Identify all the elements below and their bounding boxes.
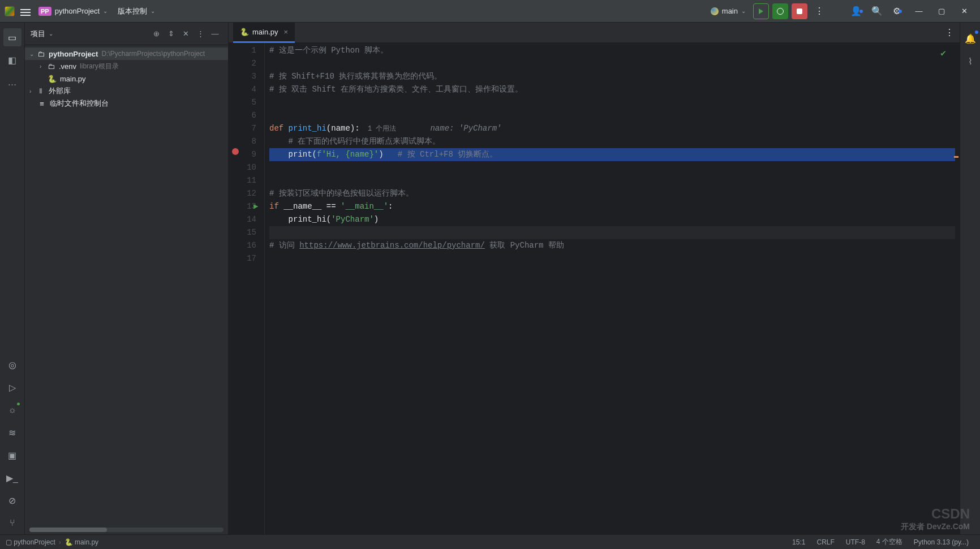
run-configuration-selector[interactable]: main ⌄ xyxy=(711,7,746,15)
tree-external-libs[interactable]: › ⫴ 外部库 xyxy=(25,85,228,97)
crumb-project: pythonProject xyxy=(14,538,55,546)
tree-scratch-name: 临时文件和控制台 xyxy=(50,98,109,109)
run-button[interactable] xyxy=(753,3,769,19)
run-tool-button[interactable]: ▷ xyxy=(3,378,22,396)
chevron-down-icon: ⌄ xyxy=(741,8,746,14)
left-tool-strip: ▭ ◧ … ◎ ▷ ☼ ≋ ▣ ▶_ ⊘ ⑂ xyxy=(0,23,25,534)
folder-icon: 🗀 xyxy=(36,50,45,58)
tab-main-py[interactable]: 🐍 main.py × xyxy=(233,23,295,43)
locate-icon[interactable]: ⊕ xyxy=(150,28,162,40)
expand-all-icon[interactable]: ⇕ xyxy=(165,28,177,40)
inspection-ok-icon[interactable]: ✔ xyxy=(940,47,946,60)
problems-button[interactable]: ⊘ xyxy=(3,491,22,509)
search-icon[interactable]: 🔍 xyxy=(869,3,885,19)
more-actions-icon[interactable]: ⋮ xyxy=(811,3,827,19)
project-tree: ⌄ 🗀 pythonProject D:\PycharmProjects\pyt… xyxy=(25,45,228,528)
collapse-icon[interactable]: ✕ xyxy=(179,28,192,40)
sidebar-header: 项目 ⌄ ⊕ ⇕ ✕ ⋮ ― xyxy=(25,23,228,45)
watermark-sub: 开发者 DevZe.CoM xyxy=(901,522,970,532)
python-file-icon: 🐍 xyxy=(48,75,57,83)
services-tool-button[interactable]: ≋ xyxy=(3,423,22,442)
ai-assistant-icon[interactable]: ⌇ xyxy=(961,52,979,70)
watermark: CSDN 开发者 DevZe.CoM xyxy=(901,506,970,532)
sidebar-title: 项目 xyxy=(31,29,45,39)
structure-tool-button[interactable]: ◧ xyxy=(3,51,22,69)
chevron-down-icon: ⌄ xyxy=(103,8,108,14)
maximize-button[interactable]: ▢ xyxy=(930,3,953,20)
options-icon[interactable]: ⋮ xyxy=(194,28,207,40)
hamburger-menu-icon[interactable] xyxy=(20,7,31,15)
crumb-file: main.py xyxy=(75,538,98,546)
minimize-button[interactable]: ― xyxy=(908,3,930,20)
editor-area: 🐍 main.py × ⋮ 123456 78 9 101112 ▶13 141… xyxy=(229,23,960,534)
editor-tabs: 🐍 main.py × ⋮ xyxy=(229,23,960,43)
watermark-main: CSDN xyxy=(931,506,970,521)
indent-setting[interactable]: 4 个空格 xyxy=(876,537,902,547)
tree-venv-hint: library根目录 xyxy=(80,62,119,71)
chevron-down-icon: ⌄ xyxy=(151,8,155,14)
library-icon: ⫴ xyxy=(36,87,45,96)
code-editor[interactable]: 123456 78 9 101112 ▶13 14151617 ✔ # 这是一个… xyxy=(229,43,960,534)
run-config-label: main xyxy=(722,7,738,15)
bug-icon xyxy=(777,8,784,15)
run-gutter-icon[interactable]: ▶ xyxy=(253,200,258,213)
folder-icon: 🗀 xyxy=(46,62,55,71)
warning-stripe[interactable] xyxy=(954,156,958,158)
hide-icon[interactable]: ― xyxy=(209,28,221,40)
vcs-tool-button[interactable]: ⑂ xyxy=(3,514,22,532)
python-packages-button[interactable]: ▣ xyxy=(3,446,22,464)
python-icon xyxy=(711,7,719,15)
stop-icon xyxy=(797,8,802,14)
breadcrumb-icon: ▢ xyxy=(6,538,12,546)
right-tool-strip: 🔔 ⌇ xyxy=(960,23,980,534)
close-tab-icon[interactable]: × xyxy=(284,28,289,36)
python-file-icon: 🐍 xyxy=(240,28,249,36)
close-button[interactable]: ✕ xyxy=(953,3,975,20)
python-console-button[interactable]: ◎ xyxy=(3,356,22,374)
project-selector[interactable]: pythonProject ⌄ xyxy=(55,7,108,15)
tree-main-name: main.py xyxy=(60,75,86,83)
debug-tool-button[interactable]: ☼ xyxy=(3,401,22,419)
project-badge: PP xyxy=(38,7,51,16)
tree-root[interactable]: ⌄ 🗀 pythonProject D:\PycharmProjects\pyt… xyxy=(25,47,228,60)
titlebar: PP pythonProject ⌄ 版本控制 ⌄ main ⌄ ⋮ 👤 🔍 ⚙… xyxy=(0,0,980,23)
tab-label: main.py xyxy=(252,28,278,36)
gutter[interactable]: 123456 78 9 101112 ▶13 14151617 xyxy=(229,43,265,534)
breakpoint-icon[interactable] xyxy=(232,148,239,155)
interpreter[interactable]: Python 3.13 (py...) xyxy=(914,538,969,546)
tree-scratches[interactable]: ≡ 临时文件和控制台 xyxy=(25,97,228,110)
cursor-position[interactable]: 15:1 xyxy=(792,538,805,546)
line-ending[interactable]: CRLF xyxy=(816,538,834,546)
tree-root-path: D:\PycharmProjects\pythonProject xyxy=(101,50,205,58)
tree-main-file[interactable]: 🐍 main.py xyxy=(25,72,228,85)
scratch-icon: ≡ xyxy=(37,100,46,108)
project-name-label: pythonProject xyxy=(55,7,100,15)
chevron-down-icon[interactable]: ⌄ xyxy=(49,31,53,37)
tab-options-icon[interactable]: ⋮ xyxy=(942,25,957,41)
vcs-menu[interactable]: 版本控制 ⌄ xyxy=(118,6,155,16)
vcs-label: 版本控制 xyxy=(118,6,147,16)
code-content[interactable]: ✔ # 这是一个示例 Python 脚本。 # 按 Shift+F10 执行或将… xyxy=(265,43,960,534)
pycharm-app-icon xyxy=(5,6,15,16)
statusbar: ▢ pythonProject › 🐍 main.py 15:1 CRLF UT… xyxy=(0,534,980,549)
more-tool-button[interactable]: … xyxy=(3,74,22,92)
debug-button[interactable] xyxy=(772,3,788,19)
tree-venv-name: .venv xyxy=(59,62,76,71)
tree-root-name: pythonProject xyxy=(49,50,98,58)
sidebar-scrollbar[interactable] xyxy=(29,528,223,532)
terminal-button[interactable]: ▶_ xyxy=(3,469,22,487)
settings-icon[interactable]: ⚙ xyxy=(889,3,905,19)
tree-ext-name: 外部库 xyxy=(49,86,71,96)
code-with-me-icon[interactable]: 👤 xyxy=(849,3,865,19)
tree-venv[interactable]: › 🗀 .venv library根目录 xyxy=(25,60,228,72)
stop-button[interactable] xyxy=(792,3,807,19)
project-tool-button[interactable]: ▭ xyxy=(3,28,22,46)
file-encoding[interactable]: UTF-8 xyxy=(846,538,865,546)
breadcrumb[interactable]: ▢ pythonProject › 🐍 main.py xyxy=(6,538,98,546)
notifications-icon[interactable]: 🔔 xyxy=(961,29,979,47)
python-file-icon: 🐍 xyxy=(65,538,73,546)
project-sidebar: 项目 ⌄ ⊕ ⇕ ✕ ⋮ ― ⌄ 🗀 pythonProject D:\Pych… xyxy=(25,23,229,534)
